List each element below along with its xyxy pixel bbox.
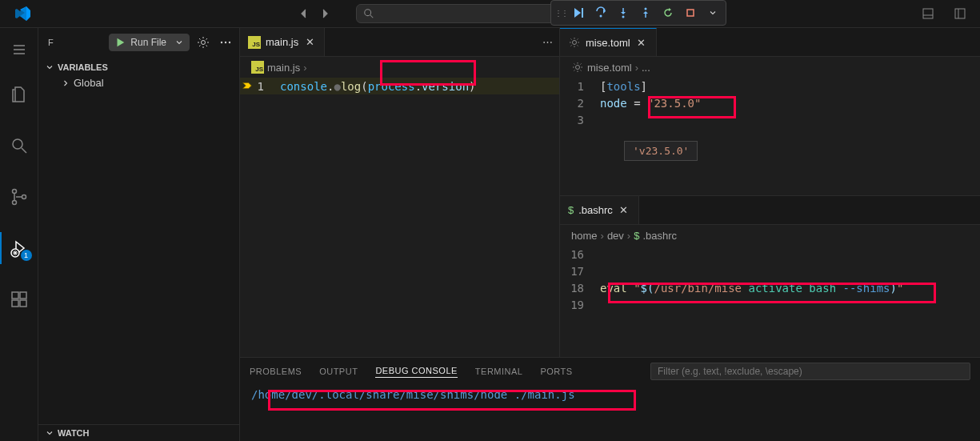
- tab-label: mise.toml: [586, 37, 630, 49]
- svg-rect-20: [20, 292, 26, 299]
- hover-tooltip: 'v23.5.0': [624, 141, 698, 161]
- close-icon[interactable]: ✕: [618, 204, 630, 217]
- close-icon[interactable]: ✕: [303, 36, 316, 49]
- svg-point-15: [22, 195, 26, 199]
- svg-line-1: [370, 15, 373, 18]
- svg-point-23: [225, 41, 226, 42]
- activity-bar: 1: [0, 28, 38, 441]
- chevron-down-icon: [174, 38, 184, 47]
- svg-point-21: [202, 40, 206, 44]
- debug-toolbar[interactable]: ⋮⋮: [550, 0, 726, 26]
- svg-point-25: [573, 41, 577, 45]
- svg-rect-17: [12, 292, 18, 299]
- panel: PROBLEMS OUTPUT DEBUG CONSOLE TERMINAL P…: [240, 357, 980, 441]
- variables-section[interactable]: VARIABLES: [38, 59, 239, 75]
- layout-sidebar-icon[interactable]: [946, 4, 974, 23]
- watch-section[interactable]: WATCH: [38, 425, 239, 441]
- svg-rect-4: [955, 9, 965, 18]
- editor[interactable]: 16 17 18 eval "$(/usr/bin/mise activate …: [560, 246, 980, 357]
- gear-icon: [571, 61, 584, 74]
- stop-button[interactable]: [681, 3, 700, 22]
- run-config-label: Run File: [130, 37, 166, 48]
- panel-tab-problems[interactable]: PROBLEMS: [250, 367, 302, 376]
- title-bar: [0, 0, 980, 28]
- breadcrumb[interactable]: home › dev › $ .bashrc: [560, 225, 980, 246]
- svg-line-12: [22, 148, 26, 153]
- logo-icon: [13, 4, 32, 23]
- nav-forward-icon[interactable]: [316, 5, 334, 22]
- panel-tab-terminal[interactable]: TERMINAL: [475, 367, 523, 376]
- sidebar-title: F: [48, 38, 104, 47]
- editor-tabs: JS main.js ✕ ⋯: [240, 28, 559, 57]
- debug-current-line-icon: [242, 80, 253, 94]
- js-icon: JS: [251, 61, 264, 74]
- breadcrumb[interactable]: JS main.js ›: [240, 57, 559, 78]
- continue-button[interactable]: [569, 3, 588, 22]
- svg-rect-19: [20, 300, 26, 307]
- svg-point-26: [576, 66, 580, 70]
- filter-input[interactable]: [650, 363, 970, 380]
- layout-panel-icon[interactable]: [914, 4, 942, 23]
- menu-icon[interactable]: [12, 42, 26, 59]
- variable-scope[interactable]: Global: [38, 75, 239, 90]
- svg-rect-18: [12, 300, 18, 307]
- js-icon: JS: [248, 36, 261, 49]
- svg-point-0: [364, 10, 370, 16]
- svg-rect-2: [923, 9, 933, 18]
- debug-sidebar: F Run File VARIABLES Global: [38, 28, 240, 441]
- more-icon[interactable]: ⋯: [536, 28, 559, 56]
- step-out-button[interactable]: [636, 3, 655, 22]
- step-into-button[interactable]: [614, 3, 633, 22]
- svg-point-22: [221, 41, 222, 42]
- restart-button[interactable]: [658, 3, 678, 22]
- svg-point-9: [645, 8, 647, 10]
- svg-point-8: [622, 16, 625, 18]
- panel-tab-debugconsole[interactable]: DEBUG CONSOLE: [375, 366, 457, 378]
- svg-point-11: [13, 139, 22, 149]
- tab-label: main.js: [266, 36, 298, 48]
- panel-tab-ports[interactable]: PORTS: [540, 367, 572, 376]
- chevron-down-icon: [45, 428, 54, 438]
- console-output: /home/dev/.local/share/mise/shims/node .…: [251, 388, 969, 401]
- tab-mainjs[interactable]: JS main.js ✕: [240, 28, 325, 56]
- source-control-icon[interactable]: [0, 181, 38, 213]
- debug-activity-icon[interactable]: 1: [0, 232, 38, 264]
- drag-grip-icon[interactable]: ⋮⋮: [554, 9, 566, 18]
- svg-point-13: [12, 190, 16, 194]
- tab-bashrc[interactable]: $ .bashrc ✕: [560, 196, 639, 224]
- debug-badge: 1: [21, 250, 32, 261]
- step-over-button[interactable]: [591, 3, 610, 22]
- breadcrumb[interactable]: mise.toml › ...: [560, 57, 980, 78]
- search-activity-icon[interactable]: [0, 130, 38, 162]
- gear-icon: [568, 36, 581, 49]
- editor[interactable]: 1 [tools] 2 node = "23.5.0" 3: [560, 78, 980, 195]
- gear-icon[interactable]: [194, 34, 212, 51]
- svg-point-14: [12, 201, 16, 205]
- svg-rect-6: [582, 8, 583, 18]
- tab-misetoml[interactable]: mise.toml ✕: [560, 28, 657, 56]
- editor[interactable]: 1 console.●log(process.version) 'v23.5.0…: [240, 78, 559, 357]
- svg-point-7: [600, 15, 602, 18]
- svg-point-24: [229, 41, 230, 42]
- panel-tab-output[interactable]: OUTPUT: [319, 367, 358, 376]
- chevron-right-icon: [61, 78, 70, 88]
- explorer-icon[interactable]: [0, 78, 38, 110]
- variables-label: VARIABLES: [58, 62, 108, 72]
- tab-label: .bashrc: [578, 204, 613, 216]
- dollar-icon: $: [568, 204, 574, 216]
- watch-label: WATCH: [58, 428, 90, 438]
- run-config-dropdown[interactable]: Run File: [109, 34, 190, 51]
- close-icon[interactable]: ✕: [635, 36, 648, 49]
- search-icon: [363, 8, 374, 19]
- extensions-icon[interactable]: [0, 283, 38, 315]
- more-icon[interactable]: [217, 34, 234, 51]
- chevron-down-icon[interactable]: [703, 3, 722, 22]
- nav-back-icon[interactable]: [295, 5, 313, 22]
- chevron-down-icon: [45, 62, 54, 72]
- dollar-icon: $: [634, 230, 639, 242]
- svg-rect-10: [687, 10, 694, 16]
